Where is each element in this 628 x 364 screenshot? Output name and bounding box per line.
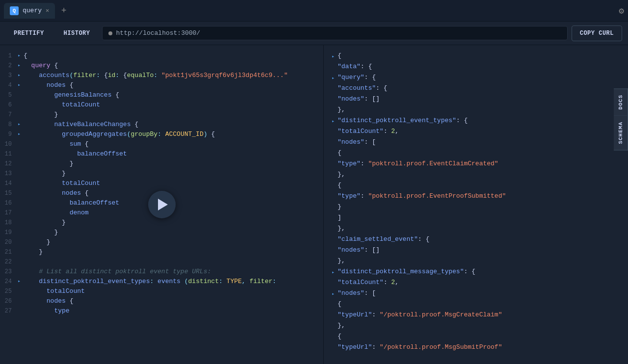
url-text: http://localhost:3000/ xyxy=(116,29,201,37)
url-bar[interactable]: http://localhost:3000/ xyxy=(102,26,568,40)
json-line-24: { xyxy=(332,299,620,310)
code-line-27: 27 type xyxy=(0,306,323,316)
json-line-20: }, xyxy=(332,256,620,267)
json-line-9: "nodes": [ xyxy=(332,137,620,148)
code-line-9: 9 ▸ groupedAggregates(groupBy: ACCOUNT_I… xyxy=(0,130,323,139)
code-line-18: 18 } xyxy=(0,218,323,228)
json-line-16: ] xyxy=(332,213,620,224)
code-line-20: 20 } xyxy=(0,237,323,247)
code-line-25: 25 totalCount xyxy=(0,286,323,296)
history-button[interactable]: HISTORY xyxy=(56,26,98,41)
side-tabs: DOCS SCHEMA xyxy=(614,88,628,151)
settings-icon[interactable]: ⚙ xyxy=(619,5,624,16)
new-tab-button[interactable]: + xyxy=(57,4,71,18)
json-line-8: "totalCount": 2, xyxy=(332,127,620,137)
json-line-22: "totalCount": 2, xyxy=(332,278,620,288)
json-line-15: } xyxy=(332,202,620,213)
code-line-8: 8 ▸ nativeBalanceChanges { xyxy=(0,120,323,130)
code-line-4: 4 ▸ nodes { xyxy=(0,80,323,90)
code-line-12: 12 } xyxy=(0,159,323,169)
json-line-12: }, xyxy=(332,170,620,181)
json-line-18: "claim_settled_event": { xyxy=(332,234,620,245)
code-line-5: 5 genesisBalances { xyxy=(0,90,323,100)
json-line-23: ▸ "nodes": [ xyxy=(332,288,620,299)
toolbar: PRETTIFY HISTORY http://localhost:3000/ … xyxy=(0,22,628,45)
json-line-21: ▸ "distinct_poktroll_message_types": { xyxy=(332,267,620,278)
json-line-6: }, xyxy=(332,105,620,116)
json-line-17: }, xyxy=(332,224,620,234)
code-line-7: 7 } xyxy=(0,110,323,120)
code-line-21: 21 } xyxy=(0,247,323,257)
schema-tab[interactable]: SCHEMA xyxy=(614,116,628,151)
json-line-3: ▸ "query": { xyxy=(332,73,620,83)
json-line-1: ▸ { xyxy=(332,51,620,62)
code-line-10: 10 sum { xyxy=(0,139,323,149)
code-line-23: 23 # List all distinct poktroll event ty… xyxy=(0,267,323,277)
code-line-24: 24 ▸ distinct_poktroll_event_types: even… xyxy=(0,277,323,286)
json-line-28: "typeUrl": "/poktroll.proof.MsgSubmitPro… xyxy=(332,342,620,353)
json-line-25: "typeUrl": "/poktroll.proof.MsgCreateCla… xyxy=(332,310,620,321)
url-status-dot xyxy=(108,31,112,35)
code-line-2: 2 ▸ query { xyxy=(0,61,323,71)
tab-query-icon: Q xyxy=(10,6,19,15)
json-line-27: { xyxy=(332,332,620,342)
code-line-19: 19 } xyxy=(0,228,323,237)
json-line-11: "type": "poktroll.proof.EventClaimCreate… xyxy=(332,159,620,170)
json-line-2: "data": { xyxy=(332,62,620,73)
tab-close-icon[interactable]: ✕ xyxy=(46,7,49,14)
tab-query[interactable]: Q query ✕ xyxy=(4,3,55,19)
copy-curl-button[interactable]: COPY CURL xyxy=(572,26,622,41)
json-line-5: "nodes": [] xyxy=(332,94,620,105)
main-content: 1 ▸ { 2 ▸ query { 3 ▸ accounts(filter: {… xyxy=(0,45,628,364)
prettify-button[interactable]: PRETTIFY xyxy=(6,26,52,41)
code-line-11: 11 balanceOffset xyxy=(0,149,323,159)
json-line-14: "type": "poktroll.proof.EventProofSubmit… xyxy=(332,191,620,202)
code-editor[interactable]: 1 ▸ { 2 ▸ query { 3 ▸ accounts(filter: {… xyxy=(0,45,324,364)
json-line-10: { xyxy=(332,148,620,159)
json-line-7: ▸ "distinct_poktroll_event_types": { xyxy=(332,116,620,127)
code-lines: 1 ▸ { 2 ▸ query { 3 ▸ accounts(filter: {… xyxy=(0,45,323,322)
code-line-3: 3 ▸ accounts(filter: {id: {equalTo: "pok… xyxy=(0,71,323,80)
code-line-13: 13 } xyxy=(0,169,323,179)
json-line-19: "nodes": [] xyxy=(332,245,620,256)
code-line-1: 1 ▸ { xyxy=(0,51,323,61)
json-line-4: "accounts": { xyxy=(332,83,620,94)
docs-tab[interactable]: DOCS xyxy=(614,88,628,116)
result-panel[interactable]: ▸ { "data": { ▸ "query": { "accounts": {… xyxy=(324,45,628,364)
code-line-6: 6 totalCount xyxy=(0,100,323,110)
tab-bar: Q query ✕ + ⚙ xyxy=(0,0,628,22)
play-button[interactable] xyxy=(148,191,176,218)
play-icon xyxy=(158,199,168,210)
code-line-22: 22 xyxy=(0,257,323,267)
code-line-26: 26 nodes { xyxy=(0,296,323,306)
json-line-13: { xyxy=(332,181,620,191)
code-line-14: 14 totalCount xyxy=(0,179,323,188)
json-line-26: }, xyxy=(332,321,620,332)
tab-query-label: query xyxy=(23,7,42,14)
json-result: ▸ { "data": { ▸ "query": { "accounts": {… xyxy=(324,45,628,359)
